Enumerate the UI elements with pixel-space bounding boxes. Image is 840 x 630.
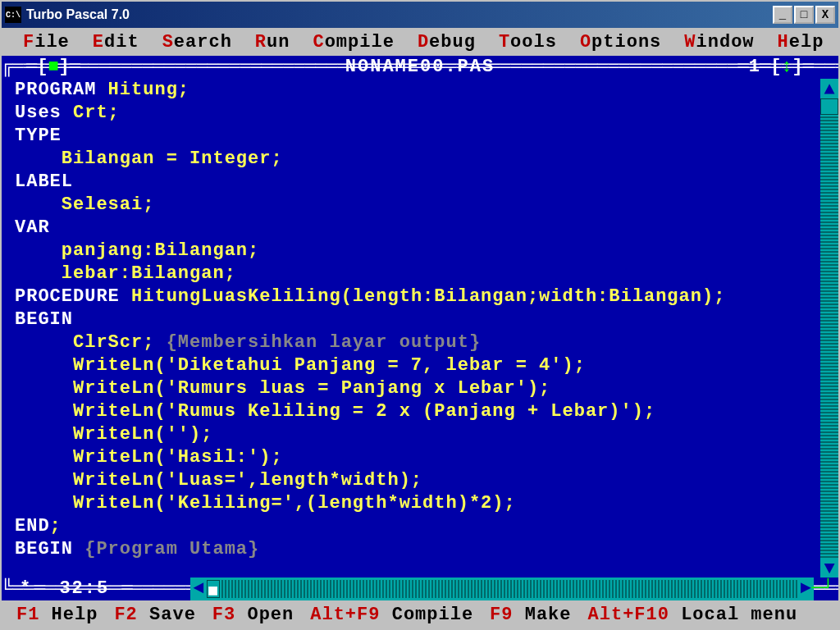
code-line[interactable]: Bilangan = Integer; — [15, 148, 825, 171]
code-line[interactable]: TYPE — [15, 125, 825, 148]
titlebar[interactable]: C:\ Turbo Pascal 7.0 _ □ X — [2, 2, 838, 28]
menu-run[interactable]: Run — [244, 30, 302, 54]
code-line[interactable]: WriteLn('Keliling=',(length*width)*2); — [15, 492, 825, 515]
menu-compile[interactable]: Compile — [301, 30, 405, 54]
maximize-button[interactable]: □ — [794, 6, 814, 24]
menubar: File Edit Search Run Compile Debug Tools… — [2, 28, 838, 56]
code-line[interactable]: PROCEDURE HitungLuasKeliling(length:Bila… — [15, 285, 825, 308]
editor-close-box[interactable]: ═[■]═ — [26, 56, 80, 79]
editor-filename: NONAME00.PAS — [342, 56, 498, 79]
editor-window: ╔═══════════════════════════════════════… — [2, 56, 838, 600]
editor-frame-top: ╔═══════════════════════════════════════… — [2, 56, 838, 79]
code-line[interactable]: lebar:Bilangan; — [15, 262, 825, 285]
menu-window[interactable]: Window — [673, 30, 765, 54]
scroll-up-icon[interactable]: ▲ — [820, 79, 838, 98]
menu-file[interactable]: File — [11, 30, 81, 54]
vscroll-track[interactable] — [820, 98, 838, 558]
editor-frame-bottom: ╚═══════════════════════════════════════… — [2, 578, 838, 600]
status-save[interactable]: F2 Save — [106, 605, 203, 625]
editor-zoom-box[interactable]: ═1═[↕]═ — [738, 56, 814, 79]
scroll-down-icon[interactable]: ▼ — [820, 558, 838, 578]
code-line[interactable]: WriteLn('Luas=',length*width); — [15, 469, 825, 492]
statusbar: F1 Help F2 Save F3 Open Alt+F9 Compile F… — [2, 600, 838, 628]
menu-debug[interactable]: Debug — [406, 30, 487, 54]
window-controls: _ □ X — [773, 6, 835, 24]
window-title: Turbo Pascal 7.0 — [26, 7, 773, 22]
resize-corner[interactable]: ─┘ — [812, 578, 833, 600]
code-editor[interactable]: PROGRAM Hitung;Uses Crt;TYPE Bilangan = … — [2, 79, 838, 561]
close-button[interactable]: X — [815, 6, 835, 24]
scroll-left-icon[interactable]: ◄ — [190, 578, 207, 600]
menu-tools[interactable]: Tools — [487, 30, 568, 54]
menu-edit[interactable]: Edit — [81, 30, 151, 54]
app-window: C:\ Turbo Pascal 7.0 _ □ X File Edit Sea… — [0, 0, 840, 630]
vertical-scrollbar[interactable]: ▲ ▼ — [820, 79, 838, 578]
hscroll-track[interactable]: ■ — [207, 580, 797, 598]
system-menu-icon[interactable]: C:\ — [5, 7, 21, 23]
vscroll-thumb[interactable] — [820, 98, 838, 115]
code-line[interactable]: WriteLn('Rumus Keliling = 2 x (Panjang +… — [15, 400, 825, 423]
code-line[interactable]: WriteLn('Hasil:'); — [15, 446, 825, 469]
status-make[interactable]: F9 Make — [482, 605, 579, 625]
code-line[interactable]: BEGIN {Program Utama} — [15, 538, 825, 561]
code-line[interactable]: LABEL — [15, 171, 825, 194]
code-line[interactable]: ClrScr; {Membersihkan layar output} — [15, 331, 825, 354]
code-line[interactable]: WriteLn('Diketahui Panjang = 7, lebar = … — [15, 354, 825, 377]
code-line[interactable]: Selesai; — [15, 194, 825, 217]
code-line[interactable]: END; — [15, 515, 825, 538]
menu-search[interactable]: Search — [151, 30, 244, 54]
menu-help[interactable]: Help — [766, 30, 836, 54]
hscroll-thumb[interactable]: ■ — [207, 580, 220, 598]
status-help[interactable]: F1 Help — [8, 605, 106, 625]
minimize-button[interactable]: _ — [773, 6, 792, 24]
modified-indicator: * — [20, 578, 30, 600]
code-line[interactable]: WriteLn(''); — [15, 423, 825, 446]
code-line[interactable]: panjang:Bilangan; — [15, 240, 825, 262]
status-compile[interactable]: Alt+F9 Compile — [302, 605, 482, 625]
status-open[interactable]: F3 Open — [204, 605, 302, 625]
horizontal-scrollbar[interactable]: ◄ ■ ► — [190, 578, 814, 600]
code-line[interactable]: PROGRAM Hitung; — [15, 79, 825, 102]
menu-options[interactable]: Options — [568, 30, 673, 54]
status-localmenu[interactable]: Alt+F10 Local menu — [580, 605, 806, 625]
code-line[interactable]: Uses Crt; — [15, 102, 825, 125]
code-line[interactable]: BEGIN — [15, 308, 825, 331]
code-line[interactable]: VAR — [15, 217, 825, 240]
code-line[interactable]: WriteLn('Rumurs luas = Panjang x Lebar')… — [15, 377, 825, 400]
